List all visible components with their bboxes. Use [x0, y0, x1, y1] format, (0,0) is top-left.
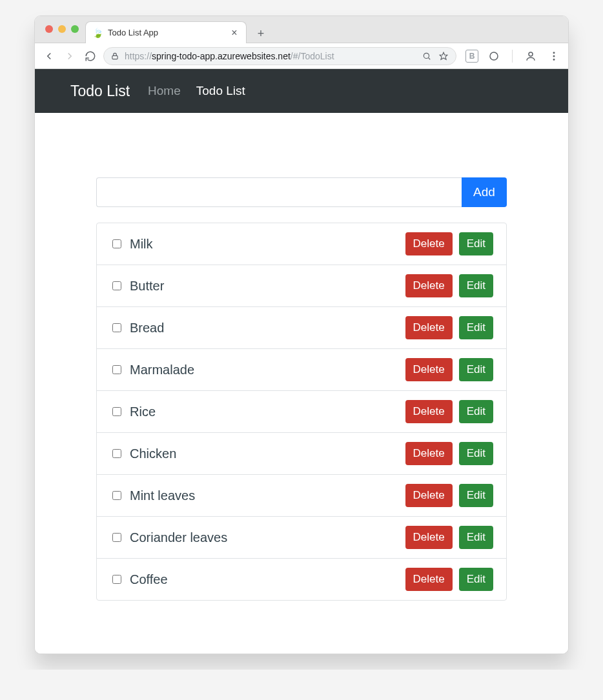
- todo-checkbox[interactable]: [112, 323, 121, 332]
- delete-button[interactable]: Delete: [405, 400, 453, 423]
- lock-icon: [110, 52, 119, 61]
- delete-button[interactable]: Delete: [405, 568, 453, 591]
- add-button[interactable]: Add: [462, 177, 507, 207]
- list-item: Coriander leavesDeleteEdit: [97, 516, 506, 558]
- maximize-window-button[interactable]: [71, 25, 79, 33]
- todo-text: Butter: [130, 279, 164, 294]
- todo-text: Milk: [130, 237, 153, 252]
- address-bar[interactable]: https://spring-todo-app.azurewebsites.ne…: [103, 47, 456, 65]
- svg-point-8: [553, 59, 555, 60]
- browser-toolbar: https://spring-todo-app.azurewebsites.ne…: [35, 43, 568, 69]
- extension-circle-icon[interactable]: [486, 48, 502, 64]
- add-bar: Add: [96, 177, 507, 207]
- reload-button[interactable]: [83, 48, 98, 64]
- svg-point-7: [553, 55, 555, 57]
- svg-line-2: [428, 57, 430, 59]
- todo-text: Chicken: [130, 446, 176, 461]
- page-body: Add MilkDeleteEditButterDeleteEditBreadD…: [35, 113, 568, 601]
- list-item: MilkDeleteEdit: [97, 223, 506, 265]
- browser-window: 🍃 Todo List App × + https://spring-todo-…: [34, 15, 569, 654]
- svg-marker-3: [440, 52, 447, 59]
- brand-title: Todo List: [70, 83, 130, 100]
- leaf-icon: 🍃: [92, 28, 103, 38]
- delete-button[interactable]: Delete: [405, 316, 453, 339]
- edit-button[interactable]: Edit: [459, 442, 493, 465]
- todo-checkbox[interactable]: [112, 239, 121, 248]
- close-tab-icon[interactable]: ×: [229, 28, 240, 38]
- todo-text: Coriander leaves: [130, 530, 227, 545]
- edit-button[interactable]: Edit: [459, 568, 493, 591]
- delete-button[interactable]: Delete: [405, 232, 453, 255]
- svg-point-5: [529, 52, 533, 56]
- page-viewport: Todo List HomeTodo List Add MilkDeleteEd…: [35, 69, 568, 654]
- delete-button[interactable]: Delete: [405, 274, 453, 297]
- edit-button[interactable]: Edit: [459, 358, 493, 381]
- star-icon[interactable]: [438, 50, 449, 62]
- delete-button[interactable]: Delete: [405, 442, 453, 465]
- todo-text: Mint leaves: [130, 488, 195, 503]
- browser-tab[interactable]: 🍃 Todo List App ×: [85, 21, 247, 43]
- edit-button[interactable]: Edit: [459, 400, 493, 423]
- app-navbar: Todo List HomeTodo List: [35, 69, 568, 113]
- forward-button[interactable]: [62, 48, 77, 64]
- list-item: MarmaladeDeleteEdit: [97, 348, 506, 390]
- edit-button[interactable]: Edit: [459, 316, 493, 339]
- close-window-button[interactable]: [45, 25, 53, 33]
- navlink-todo-list[interactable]: Todo List: [196, 84, 245, 98]
- svg-rect-0: [112, 55, 118, 59]
- todo-text: Marmalade: [130, 363, 194, 377]
- profile-icon[interactable]: [523, 48, 538, 64]
- edit-button[interactable]: Edit: [459, 526, 493, 549]
- back-button[interactable]: [41, 48, 57, 64]
- delete-button[interactable]: Delete: [405, 484, 453, 507]
- extension-icon[interactable]: B: [465, 50, 478, 63]
- todo-checkbox[interactable]: [112, 449, 121, 458]
- kebab-menu-icon[interactable]: [546, 48, 562, 64]
- edit-button[interactable]: Edit: [459, 232, 493, 255]
- todo-checkbox[interactable]: [112, 281, 121, 290]
- navlink-home[interactable]: Home: [148, 84, 181, 98]
- todo-checkbox[interactable]: [112, 407, 121, 416]
- tab-strip: 🍃 Todo List App × +: [35, 16, 568, 43]
- svg-point-6: [553, 52, 555, 54]
- list-item: RiceDeleteEdit: [97, 390, 506, 432]
- todo-checkbox[interactable]: [112, 533, 121, 542]
- toolbar-separator: [512, 50, 513, 63]
- edit-button[interactable]: Edit: [459, 484, 493, 507]
- list-item: CoffeeDeleteEdit: [97, 558, 506, 600]
- todo-checkbox[interactable]: [112, 575, 121, 584]
- svg-point-1: [424, 53, 429, 58]
- tab-title: Todo List App: [108, 28, 224, 37]
- toolbar-right: B: [462, 48, 562, 64]
- todo-checkbox[interactable]: [112, 365, 121, 374]
- list-item: BreadDeleteEdit: [97, 306, 506, 348]
- todo-checkbox[interactable]: [112, 491, 121, 500]
- list-item: ButterDeleteEdit: [97, 265, 506, 306]
- todo-input[interactable]: [96, 177, 462, 207]
- todo-text: Coffee: [130, 572, 168, 587]
- delete-button[interactable]: Delete: [405, 358, 453, 381]
- todo-list: MilkDeleteEditButterDeleteEditBreadDelet…: [96, 223, 507, 601]
- svg-point-4: [490, 52, 498, 60]
- url-text: https://spring-todo-app.azurewebsites.ne…: [125, 51, 334, 61]
- minimize-window-button[interactable]: [58, 25, 66, 33]
- zoom-icon[interactable]: [421, 50, 433, 62]
- delete-button[interactable]: Delete: [405, 526, 453, 549]
- list-item: Mint leavesDeleteEdit: [97, 474, 506, 516]
- todo-text: Bread: [130, 321, 164, 335]
- list-item: ChickenDeleteEdit: [97, 432, 506, 474]
- edit-button[interactable]: Edit: [459, 274, 493, 297]
- window-controls: [40, 15, 85, 43]
- todo-text: Rice: [130, 405, 156, 419]
- new-tab-button[interactable]: +: [252, 25, 270, 43]
